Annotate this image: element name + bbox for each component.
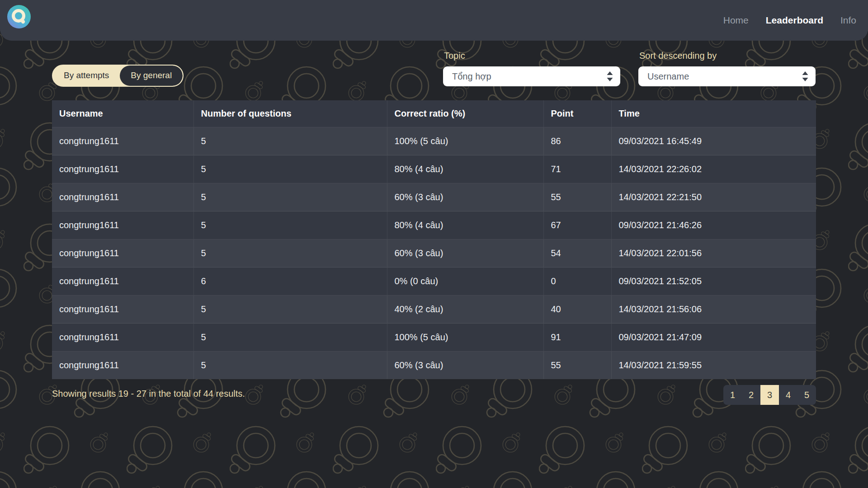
cell-ratio: 80% (4 câu) [387,211,543,239]
cell-time: 09/03/2021 21:46:26 [611,211,816,239]
cell-ratio: 60% (3 câu) [387,239,543,267]
cell-ratio: 0% (0 câu) [387,267,543,296]
cell-time: 14/03/2021 21:59:55 [611,352,816,380]
sort-label: Sort descending by [639,51,816,61]
cell-point: 40 [543,296,611,324]
navbar: Home Leaderboard Info [0,0,868,41]
table-row: congtrung1611540% (2 câu)4014/03/2021 21… [52,296,816,324]
column-point: Point [543,100,611,127]
cell-username: congtrung1611 [52,352,193,380]
page-button-4[interactable]: 4 [779,385,797,405]
cell-ratio: 100% (5 câu) [387,127,543,155]
cell-username: congtrung1611 [52,211,193,239]
cell-username: congtrung1611 [52,127,193,155]
cell-username: congtrung1611 [52,296,193,324]
cell-ratio: 60% (3 câu) [387,183,543,211]
column-questions: Number of questions [193,100,387,127]
nav-item-home[interactable]: Home [723,15,749,26]
column-time: Time [611,100,816,127]
topic-label: Topic [444,51,620,61]
cell-questions: 5 [193,211,387,239]
cell-ratio: 80% (4 câu) [387,155,543,183]
cell-time: 09/03/2021 21:52:05 [611,267,816,296]
toggle-by-general[interactable]: By general [120,66,183,86]
table-header-row: Username Number of questions Correct rat… [52,100,816,127]
leaderboard-body: congtrung16115100% (5 câu)8609/03/2021 1… [52,127,816,380]
cell-point: 0 [543,267,611,296]
cell-questions: 5 [193,127,387,155]
cell-point: 86 [543,127,611,155]
page-button-3[interactable]: 3 [760,385,779,405]
cell-questions: 5 [193,155,387,183]
table-row: congtrung1611580% (4 câu)7114/03/2021 22… [52,155,816,183]
cell-ratio: 60% (3 câu) [387,352,543,380]
cell-time: 14/03/2021 22:26:02 [611,155,816,183]
cell-questions: 5 [193,296,387,324]
topic-select[interactable]: Tổng hợp [443,66,620,86]
table-row: congtrung1611560% (3 câu)5414/03/2021 22… [52,239,816,267]
brand-logo[interactable] [7,5,31,28]
cell-time: 09/03/2021 16:45:49 [611,127,816,155]
cell-username: congtrung1611 [52,155,193,183]
pagination: 1 2 3 4 5 [723,385,816,405]
cell-time: 14/03/2021 22:21:50 [611,183,816,211]
sort-filter: Sort descending by Username [638,51,816,86]
cell-username: congtrung1611 [52,324,193,352]
cell-point: 71 [543,155,611,183]
results-footer: Showing results 19 - 27 in the total of … [52,385,816,405]
cell-time: 14/03/2021 21:56:06 [611,296,816,324]
cell-time: 14/03/2021 22:01:56 [611,239,816,267]
table-row: congtrung161160% (0 câu)009/03/2021 21:5… [52,267,816,296]
cell-questions: 6 [193,267,387,296]
cell-username: congtrung1611 [52,183,193,211]
cell-username: congtrung1611 [52,267,193,296]
column-username: Username [52,100,193,127]
leaderboard-page: By attempts By general Topic Tổng hợp So… [52,41,816,488]
table-row: congtrung1611560% (3 câu)5514/03/2021 21… [52,352,816,380]
cell-ratio: 40% (2 câu) [387,296,543,324]
topic-filter: Topic Tổng hợp [443,51,620,86]
cell-point: 54 [543,239,611,267]
table-row: congtrung1611580% (4 câu)6709/03/2021 21… [52,211,816,239]
cell-time: 09/03/2021 21:47:09 [611,324,816,352]
cell-questions: 5 [193,183,387,211]
cell-point: 67 [543,211,611,239]
cell-questions: 5 [193,324,387,352]
cell-point: 55 [543,183,611,211]
page-button-5[interactable]: 5 [797,385,816,405]
table-row: congtrung16115100% (5 câu)9109/03/2021 2… [52,324,816,352]
cell-username: congtrung1611 [52,239,193,267]
cell-point: 55 [543,352,611,380]
view-toggle: By attempts By general [52,65,184,87]
results-summary: Showing results 19 - 27 in the total of … [52,389,245,399]
cell-ratio: 100% (5 câu) [387,324,543,352]
cell-questions: 5 [193,239,387,267]
nav-links: Home Leaderboard Info [723,0,856,41]
table-row: congtrung16115100% (5 câu)8609/03/2021 1… [52,127,816,155]
leaderboard-table: Username Number of questions Correct rat… [52,100,816,379]
page-button-2[interactable]: 2 [742,385,760,405]
toggle-by-attempts[interactable]: By attempts [53,66,120,86]
table-row: congtrung1611560% (3 câu)5514/03/2021 22… [52,183,816,211]
sort-select[interactable]: Username [638,66,816,86]
cell-point: 91 [543,324,611,352]
nav-item-leaderboard[interactable]: Leaderboard [766,15,823,26]
cell-questions: 5 [193,352,387,380]
nav-item-info[interactable]: Info [840,15,856,26]
column-ratio: Correct ratio (%) [387,100,543,127]
page-button-1[interactable]: 1 [723,385,742,405]
